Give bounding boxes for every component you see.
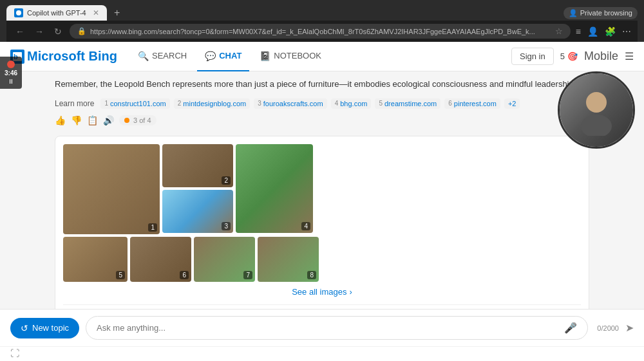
source-6[interactable]: 6 pinterest.com — [444, 98, 500, 109]
bing-logo-text: Microsoft Bing — [27, 49, 117, 64]
source-4-label: bhg.com — [340, 100, 367, 107]
bench-image-5[interactable]: 5 — [63, 237, 128, 282]
bench-image-3[interactable]: 3 — [162, 190, 233, 233]
rewards-icon: 🎯 — [567, 51, 578, 61]
source-3[interactable]: 3 fouroakscrafts.com — [254, 98, 327, 109]
images-grid-bottom: 5 6 7 8 — [63, 237, 581, 282]
forward-button[interactable]: → — [32, 25, 46, 38]
char-count: 0/2000 — [597, 324, 619, 332]
private-browsing-badge: 👤 Private browsing — [564, 7, 638, 19]
tab-title: Copilot with GPT-4 — [27, 9, 86, 17]
bench-image-8[interactable]: 8 — [258, 237, 319, 282]
webcam-person — [560, 73, 633, 147]
hamburger-menu[interactable]: ☰ — [625, 50, 634, 62]
webcam-overlay — [558, 71, 635, 149]
chat-nav-icon: 💬 — [205, 51, 216, 61]
sources-row: Learn more 1 construct101.com 2 mintdesi… — [55, 95, 589, 113]
nav-search[interactable]: 🔍 SEARCH — [130, 42, 194, 71]
record-dot — [7, 60, 15, 68]
mobile-button[interactable]: Mobile — [584, 50, 618, 63]
source-1-label: construct101.com — [110, 100, 166, 107]
url-text: https://www.bing.com/search?toncp=0&form… — [90, 28, 549, 35]
source-6-label: pinterest.com — [454, 100, 497, 107]
source-2-label: mintdesignblog.com — [183, 100, 246, 107]
source-2[interactable]: 2 mintdesignblog.com — [174, 98, 250, 109]
back-button[interactable]: ← — [13, 25, 27, 38]
chat-input-wrapper: 🎤 — [86, 316, 588, 340]
recording-time: 3:46 — [5, 69, 17, 77]
microphone-button[interactable]: 🎤 — [564, 322, 577, 334]
expand-icon[interactable]: ⛶ — [10, 348, 19, 358]
svg-point-4 — [581, 115, 612, 136]
tab-favicon — [14, 8, 23, 17]
address-bar: ← → ↻ 🔒 https://www.bing.com/search?tonc… — [6, 21, 638, 42]
orange-dot — [124, 118, 129, 123]
points-value: 5 — [560, 51, 565, 61]
active-tab[interactable]: Copilot with GPT-4 ✕ — [6, 5, 107, 21]
bottom-toolbar: ⛶ — [0, 346, 644, 361]
chat-area: Remember, the Leopold Bench represents m… — [42, 71, 602, 309]
bing-header: b Microsoft Bing 🔍 SEARCH 💬 CHAT 📓 NOTEB… — [0, 42, 644, 71]
images-container: 1 2 3 4 5 6 — [55, 136, 589, 310]
page-counter: 3 of 4 — [119, 115, 156, 125]
new-topic-button[interactable]: ↺ New topic — [10, 318, 79, 338]
new-tab-button[interactable]: + — [109, 5, 125, 21]
bench-image-2[interactable]: 2 — [162, 144, 233, 187]
tab-close-button[interactable]: ✕ — [93, 8, 99, 17]
thumbs-up-button[interactable]: 👍 — [55, 115, 66, 125]
source-3-label: fouroakscrafts.com — [263, 100, 323, 107]
browser-chrome: Copilot with GPT-4 ✕ + 👤 Private browsin… — [0, 0, 644, 42]
message-text: Remember, the Leopold Bench represents m… — [55, 71, 589, 95]
images-col-2: 2 3 — [162, 144, 233, 234]
svg-point-0 — [16, 10, 21, 15]
bench-image-6[interactable]: 6 — [130, 237, 191, 282]
source-5[interactable]: 5 dreamstime.com — [375, 98, 440, 109]
images-from-row: Images from: 1. itsoverflowing.com 2. it… — [63, 304, 581, 310]
source-5-label: dreamstime.com — [384, 100, 437, 107]
more-button[interactable]: ⋯ — [622, 26, 631, 37]
bench-image-4[interactable]: 4 — [236, 144, 313, 233]
header-right: Sign in 5 🎯 Mobile ☰ — [511, 48, 634, 65]
reaction-bar: 👍 👎 📋 🔊 3 of 4 — [55, 113, 589, 131]
chat-nav-label: CHAT — [219, 51, 242, 60]
search-nav-icon: 🔍 — [138, 51, 149, 61]
bench-image-7[interactable]: 7 — [194, 237, 255, 282]
chat-input[interactable] — [97, 323, 564, 333]
bing-nav: 🔍 SEARCH 💬 CHAT 📓 NOTEBOOK — [130, 42, 511, 71]
svg-point-3 — [586, 92, 607, 113]
learn-more-label: Learn more — [55, 99, 94, 108]
bing-logo: b Microsoft Bing — [10, 49, 117, 64]
points-badge: 5 🎯 — [560, 51, 578, 61]
bottom-bar: ↺ New topic 🎤 0/2000 ➤ — [0, 309, 644, 346]
bookmark-icon[interactable]: ☆ — [555, 26, 563, 36]
search-nav-label: SEARCH — [152, 51, 187, 60]
browser-menu-button[interactable]: ≡ — [576, 26, 581, 37]
speaker-button[interactable]: 🔊 — [103, 115, 114, 125]
refresh-circle-icon: ↺ — [21, 323, 28, 333]
see-all-images-button[interactable]: See all images › — [63, 282, 581, 302]
notebook-nav-label: NOTEBOOK — [274, 51, 321, 60]
send-button[interactable]: ➤ — [625, 322, 634, 334]
sign-in-button[interactable]: Sign in — [511, 48, 554, 65]
source-1[interactable]: 1 construct101.com — [100, 98, 169, 109]
private-icon: 👤 — [569, 9, 578, 17]
copy-button[interactable]: 📋 — [87, 115, 98, 125]
recording-indicator: 3:46 ⏸ — [0, 57, 22, 89]
browser-action-buttons: ≡ 👤 🧩 ⋯ — [576, 26, 631, 37]
profile-button[interactable]: 👤 — [587, 26, 598, 37]
chevron-right-icon: › — [349, 287, 352, 297]
bench-image-1[interactable]: 1 — [63, 144, 160, 234]
lock-icon: 🔒 — [77, 27, 86, 35]
new-topic-label: New topic — [32, 323, 69, 333]
more-sources-badge[interactable]: +2 — [504, 98, 520, 109]
extensions-button[interactable]: 🧩 — [605, 26, 616, 37]
images-grid-top: 1 2 3 4 — [63, 144, 581, 234]
main-content: Remember, the Leopold Bench represents m… — [0, 71, 644, 309]
url-input[interactable]: 🔒 https://www.bing.com/search?toncp=0&fo… — [70, 24, 571, 39]
nav-notebook[interactable]: 📓 NOTEBOOK — [252, 42, 329, 71]
thumbs-down-button[interactable]: 👎 — [71, 115, 82, 125]
nav-chat[interactable]: 💬 CHAT — [197, 42, 249, 71]
pause-button[interactable]: ⏸ — [8, 78, 14, 85]
refresh-button[interactable]: ↻ — [52, 25, 64, 38]
source-4[interactable]: 4 bhg.com — [331, 98, 372, 109]
